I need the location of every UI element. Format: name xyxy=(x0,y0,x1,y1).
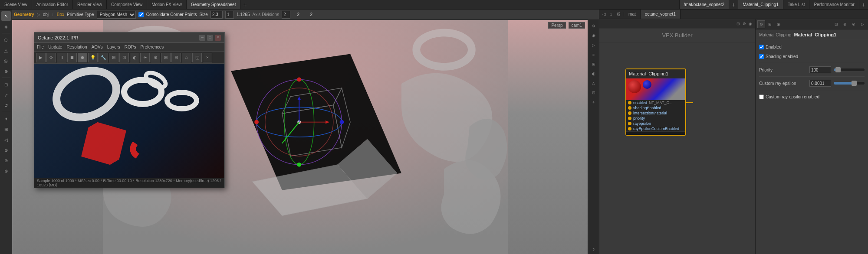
oct-btn-15[interactable]: ⌂ xyxy=(182,53,191,62)
tab-scene-view[interactable]: Scene View xyxy=(0,0,32,9)
port-dot-priority xyxy=(628,117,631,120)
size-input[interactable] xyxy=(210,11,223,19)
priority-slider[interactable] xyxy=(834,68,865,71)
persp-button[interactable]: Persp xyxy=(548,22,566,29)
maximize-button[interactable]: □ xyxy=(207,35,213,41)
tab-mat[interactable]: mat xyxy=(624,10,641,19)
vex-icon-3[interactable]: ◉ xyxy=(747,22,753,26)
oct-btn-14[interactable]: ⊟ xyxy=(171,53,181,62)
toolbar-btn-1[interactable]: ◈ xyxy=(1,22,11,31)
cam-button[interactable]: cam1 xyxy=(569,22,585,29)
toolbar-btn-3[interactable]: △ xyxy=(1,46,11,55)
props-icon-2[interactable]: ⊞ xyxy=(766,20,774,28)
vex-icon-1[interactable]: ⊞ xyxy=(735,22,741,26)
tab-render-view[interactable]: Render View xyxy=(73,0,107,9)
tab-motion-fx[interactable]: Motion FX View xyxy=(147,0,187,9)
toolbar-btn-9[interactable]: ✦ xyxy=(1,114,11,124)
tab-octane-vopnet2[interactable]: /mat/octane_vopnet2 xyxy=(680,0,729,9)
menu-layers[interactable]: Layers xyxy=(107,45,120,49)
primitive-type-select[interactable]: Polygon Mesh xyxy=(97,11,136,19)
shading-enabled-checkbox[interactable] xyxy=(759,54,764,59)
oct-btn-12[interactable]: ⚙ xyxy=(151,53,160,62)
oct-btn-6[interactable]: 💡 xyxy=(88,53,98,62)
strip-btn-8[interactable]: ⊡ xyxy=(589,88,598,97)
value1-input[interactable] xyxy=(225,11,234,19)
menu-resolution[interactable]: Resolution xyxy=(66,45,87,49)
strip-btn-9[interactable]: ⌖ xyxy=(589,98,598,107)
oct-btn-13[interactable]: ⊞ xyxy=(161,53,171,62)
tab-take-list[interactable]: Take List xyxy=(783,0,809,9)
oct-btn-8[interactable]: ⊞ xyxy=(109,53,118,62)
oct-btn-7[interactable]: 🔧 xyxy=(99,53,108,62)
strip-btn-4[interactable]: ≡ xyxy=(589,50,598,59)
vex-icon-2[interactable]: ⚙ xyxy=(741,22,747,26)
nav-home-btn[interactable]: ⌂ xyxy=(608,12,614,16)
tab-add-right[interactable]: + xyxy=(729,1,738,8)
enabled-checkbox[interactable] xyxy=(759,45,764,49)
oct-btn-3[interactable]: ⏸ xyxy=(57,53,66,62)
octane-ipr-window[interactable]: Octane 2022.1 IPR ─ □ ✕ File Update Reso… xyxy=(34,32,225,188)
menu-file[interactable]: File xyxy=(37,45,44,49)
tab-octane-vopnet1[interactable]: octane_vopnet1 xyxy=(641,10,681,19)
toolbar-btn-10[interactable]: ⊞ xyxy=(1,124,11,134)
vex-builder-panel[interactable]: ⊞ ⚙ ◉ VEX Builder Material_Clipping1 xyxy=(599,19,755,254)
minimize-button[interactable]: ─ xyxy=(199,35,205,41)
props-icon-1[interactable]: ⚙ xyxy=(757,20,765,28)
oct-btn-5[interactable]: ⏺ xyxy=(78,53,87,62)
tab-composite-view[interactable]: Composite View xyxy=(107,0,147,9)
props-icon-right-2[interactable]: ⊕ xyxy=(841,20,849,28)
toolbar-btn-14[interactable]: ⊗ xyxy=(1,166,11,176)
oct-btn-2[interactable]: ⟳ xyxy=(46,53,56,62)
props-icon-right-4[interactable]: ▷ xyxy=(858,20,866,28)
mat-clip-node[interactable]: Material_Clipping1 enabled NT_MAT_C... xyxy=(625,68,686,136)
oct-btn-17[interactable]: × xyxy=(203,53,212,62)
strip-btn-2[interactable]: ◉ xyxy=(589,31,598,40)
toolbar-btn-5[interactable]: ⊕ xyxy=(1,66,11,76)
tab-performance-monitor[interactable]: Performance Monitor xyxy=(809,0,859,9)
toolbar-btn-8[interactable]: ↺ xyxy=(1,101,11,110)
oct-btn-1[interactable]: ▶ xyxy=(36,53,46,62)
ray-epsilon-input[interactable] xyxy=(809,80,831,87)
axis-div-input[interactable] xyxy=(282,11,290,19)
props-icon-right-1[interactable]: ⊡ xyxy=(832,20,840,28)
toolbar-btn-7[interactable]: ⤢ xyxy=(1,90,11,100)
toolbar-btn-13[interactable]: ⊛ xyxy=(1,156,11,165)
strip-btn-1[interactable]: ⚙ xyxy=(589,22,598,30)
tab-geometry-spreadsheet[interactable]: Geometry Spreadsheet xyxy=(187,0,240,9)
menu-preferences[interactable]: Preferences xyxy=(140,45,164,49)
strip-btn-6[interactable]: ◐ xyxy=(589,69,598,78)
toolbar-select-btn[interactable]: ↖ xyxy=(1,11,11,21)
strip-btn-10[interactable]: ? xyxy=(589,245,598,254)
nav-add-btn[interactable]: ◁ xyxy=(601,12,607,16)
ray-epsilon-slider[interactable] xyxy=(834,82,865,85)
strip-btn-5[interactable]: ⊞ xyxy=(589,60,598,68)
menu-rops[interactable]: ROPs xyxy=(125,45,136,49)
ray-epsilon-custom-checkbox[interactable] xyxy=(759,94,764,99)
tab-material-clipping[interactable]: Material_Clipping1 xyxy=(738,0,783,9)
close-button[interactable]: ✕ xyxy=(215,35,221,41)
oct-btn-9[interactable]: ⊡ xyxy=(119,53,129,62)
oct-btn-16[interactable]: ◱ xyxy=(192,53,202,62)
props-icon-3[interactable]: ◉ xyxy=(775,20,783,28)
tab-animation-editor[interactable]: Animation Editor xyxy=(32,0,73,9)
toolbar-btn-12[interactable]: ⊚ xyxy=(1,145,11,155)
viewport[interactable]: Octane 2022.1 IPR ─ □ ✕ File Update Reso… xyxy=(12,20,599,254)
tab-add-far-right[interactable]: + xyxy=(859,1,868,8)
menu-aovs[interactable]: AOVs xyxy=(92,45,103,49)
tab-add-left[interactable]: + xyxy=(240,1,249,8)
props-icon-right-3[interactable]: ⊗ xyxy=(850,20,858,28)
strip-btn-7[interactable]: △ xyxy=(589,79,598,88)
oct-btn-10[interactable]: ◐ xyxy=(130,53,139,62)
toolbar-btn-4[interactable]: ◎ xyxy=(1,56,11,65)
toolbar-btn-11[interactable]: ◁ xyxy=(1,135,11,144)
toolbar-btn-6[interactable]: ⊡ xyxy=(1,80,11,89)
strip-btn-3[interactable]: ▷ xyxy=(589,41,598,49)
priority-input[interactable] xyxy=(809,66,831,73)
nav-chain-btn[interactable]: ⛓ xyxy=(615,12,622,16)
oct-btn-4[interactable]: ⏹ xyxy=(67,53,77,62)
menu-update[interactable]: Update xyxy=(48,45,62,49)
oct-btn-11[interactable]: ☀ xyxy=(140,53,150,62)
toolbar-btn-2[interactable]: ⬡ xyxy=(1,35,11,45)
consolidate-checkbox[interactable] xyxy=(138,12,144,17)
vex-canvas[interactable]: Material_Clipping1 enabled NT_MAT_C... xyxy=(599,42,755,254)
